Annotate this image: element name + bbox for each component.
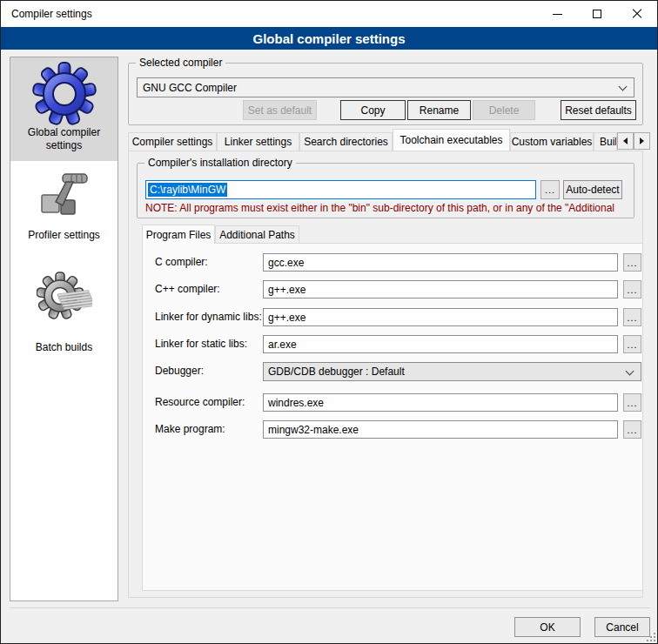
window-title: Compiler settings xyxy=(11,8,92,20)
cancel-button[interactable]: Cancel xyxy=(594,617,650,637)
compiler-select-value: GNU GCC Compiler xyxy=(143,82,237,94)
installation-directory-group-label: Compiler's installation directory xyxy=(144,157,296,169)
make-program-browse-button[interactable]: ... xyxy=(623,420,641,439)
sidebar-item-label: Profiler settings xyxy=(10,229,118,242)
linker-static-browse-button[interactable]: ... xyxy=(623,335,641,353)
tab-scroll-right-icon xyxy=(640,138,644,144)
compiler-select[interactable]: GNU GCC Compiler xyxy=(137,77,634,97)
tab-linker-settings[interactable]: Linker settings xyxy=(217,132,299,151)
linker-dynamic-input[interactable]: g++.exe xyxy=(263,308,618,326)
tab-build-options[interactable]: Build options xyxy=(594,132,617,151)
tab-toolchain-executables[interactable]: Toolchain executables xyxy=(393,129,510,151)
settings-category-list: Global compiler settings Profiler settin… xyxy=(10,57,118,601)
delete-button: Delete xyxy=(473,100,535,120)
resource-compiler-input[interactable]: windres.exe xyxy=(263,393,618,412)
sidebar-item-profiler-settings[interactable]: Profiler settings xyxy=(10,165,118,252)
selected-compiler-group-label: Selected compiler xyxy=(136,57,225,69)
dialog-banner: Global compiler settings xyxy=(1,27,657,50)
tab-custom-variables[interactable]: Custom variables xyxy=(510,132,594,151)
installation-directory-value: C:\raylib\MinGW xyxy=(148,183,227,197)
gray-gear-stack-icon xyxy=(37,270,92,325)
debugger-select[interactable]: GDB/CDB debugger : Default xyxy=(263,362,641,381)
installation-directory-browse-button[interactable]: ... xyxy=(540,180,560,199)
combo-chevron-icon xyxy=(619,83,628,91)
cpp-compiler-browse-button[interactable]: ... xyxy=(623,280,641,299)
tab-search-directories[interactable]: Search directories xyxy=(299,132,393,151)
sidebar-item-label: Global compiler settings xyxy=(10,126,118,152)
cpp-compiler-label: C++ compiler: xyxy=(155,280,220,299)
sidebar-item-global-compiler-settings[interactable]: Global compiler settings xyxy=(10,57,118,161)
subtab-additional-paths[interactable]: Additional Paths xyxy=(215,225,299,243)
combo-chevron-icon xyxy=(626,367,634,376)
tab-scroll-right-button[interactable] xyxy=(634,132,650,150)
c-compiler-label: C compiler: xyxy=(155,253,208,272)
linker-dynamic-browse-button[interactable]: ... xyxy=(623,308,641,326)
tab-scroll-left-button[interactable] xyxy=(617,132,634,150)
copy-button[interactable]: Copy xyxy=(340,100,406,120)
blue-gear-icon xyxy=(31,60,97,126)
minimize-button[interactable] xyxy=(537,1,577,27)
maximize-button[interactable] xyxy=(577,1,617,27)
titlebar[interactable]: Compiler settings xyxy=(1,1,657,27)
resize-grip[interactable] xyxy=(648,634,655,641)
ok-button[interactable]: OK xyxy=(514,617,581,637)
rename-button[interactable]: Rename xyxy=(407,100,471,120)
make-program-label: Make program: xyxy=(155,420,225,439)
sidebar-item-batch-builds[interactable]: Batch builds xyxy=(10,265,118,362)
tab-scroll-left-icon xyxy=(623,138,628,144)
compiler-settings-dialog: Compiler settings Global compiler settin… xyxy=(0,0,658,644)
banner-title: Global compiler settings xyxy=(252,31,405,46)
profiler-caliper-icon xyxy=(37,169,92,225)
reset-defaults-button[interactable]: Reset defaults xyxy=(561,100,636,120)
installation-note: NOTE: All programs must exist either in … xyxy=(145,202,638,214)
maximize-icon xyxy=(593,10,601,18)
program-files-page: C compiler: gcc.exe ... C++ compiler: g+… xyxy=(142,243,643,591)
auto-detect-button[interactable]: Auto-detect xyxy=(563,180,622,199)
sidebar-item-label: Batch builds xyxy=(10,341,118,354)
linker-dynamic-label: Linker for dynamic libs: xyxy=(155,308,262,326)
installation-directory-input[interactable]: C:\raylib\MinGW xyxy=(145,180,536,199)
resource-compiler-label: Resource compiler: xyxy=(155,393,245,412)
resource-compiler-browse-button[interactable]: ... xyxy=(623,393,641,412)
footer-separator xyxy=(10,607,650,608)
c-compiler-input[interactable]: gcc.exe xyxy=(263,253,618,272)
make-program-input[interactable]: mingw32-make.exe xyxy=(263,420,618,439)
linker-static-label: Linker for static libs: xyxy=(155,335,247,353)
linker-static-input[interactable]: ar.exe xyxy=(263,335,618,353)
subtab-program-files[interactable]: Program Files xyxy=(142,225,215,244)
set-as-default-button: Set as default xyxy=(243,100,317,120)
c-compiler-browse-button[interactable]: ... xyxy=(623,253,641,272)
minimize-icon xyxy=(553,14,562,15)
cpp-compiler-input[interactable]: g++.exe xyxy=(263,280,618,299)
close-icon xyxy=(631,8,643,20)
close-button[interactable] xyxy=(617,1,657,27)
tab-compiler-settings[interactable]: Compiler settings xyxy=(128,132,217,151)
debugger-label: Debugger: xyxy=(155,362,204,380)
